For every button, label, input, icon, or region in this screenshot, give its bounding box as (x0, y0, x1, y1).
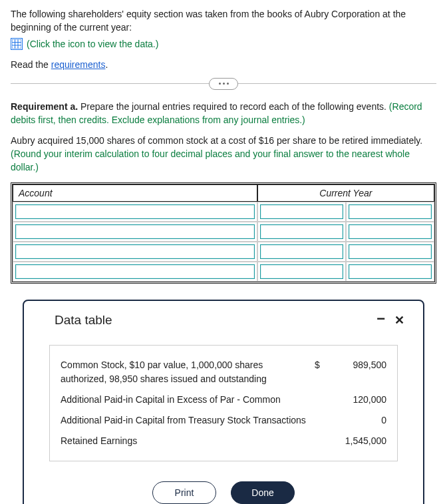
data-label: Additional Paid-in Capital in Excess of … (61, 393, 315, 407)
requirement-text: Prepare the journal entries required to … (78, 101, 389, 112)
currency-symbol: $ (315, 358, 327, 372)
data-value: 0 (327, 413, 386, 427)
data-label: Common Stock, $10 par value, 1,000,000 s… (61, 358, 315, 386)
data-value: 989,500 (327, 358, 386, 372)
data-value: 1,545,000 (327, 434, 386, 448)
requirement-block: Requirement a. Prepare the journal entri… (11, 100, 436, 127)
data-label: Retained Earnings (61, 434, 315, 448)
close-icon[interactable]: ✕ (394, 314, 404, 326)
credit-input[interactable] (349, 204, 432, 219)
account-header: Account (13, 184, 257, 202)
requirements-link[interactable]: requirements (51, 59, 106, 70)
event-block: Aubry acquired 15,000 shares of common s… (11, 134, 436, 174)
account-input[interactable] (15, 244, 255, 259)
print-button[interactable]: Print (152, 481, 216, 504)
read-requirements-line: Read the requirements. (11, 59, 436, 70)
requirement-label: Requirement a. (11, 101, 78, 112)
account-input[interactable] (15, 224, 255, 239)
data-value: 120,000 (327, 393, 386, 407)
data-table-modal: Data table − ✕ Common Stock, $10 par val… (23, 300, 424, 504)
read-prefix: Read the (11, 59, 51, 70)
read-suffix: . (105, 59, 108, 70)
debit-input[interactable] (260, 224, 343, 239)
data-row: Additional Paid-in Capital from Treasury… (61, 410, 386, 431)
event-note: (Round your interim calculation to four … (11, 148, 410, 172)
journal-entry-table: Account Current Year (11, 182, 436, 284)
table-row (13, 202, 434, 222)
data-row: Retained Earnings 1,545,000 (61, 431, 386, 451)
credit-input[interactable] (349, 244, 432, 259)
modal-title: Data table (43, 313, 112, 328)
view-data-link[interactable]: (Click the icon to view the data.) (27, 39, 158, 49)
data-row: Additional Paid-in Capital in Excess of … (61, 389, 386, 410)
debit-input[interactable] (260, 264, 343, 279)
data-table-icon[interactable] (11, 38, 23, 50)
intro-text: The following shareholders' equity secti… (11, 8, 436, 34)
debit-input[interactable] (260, 244, 343, 259)
credit-input[interactable] (349, 224, 432, 239)
credit-input[interactable] (349, 264, 432, 279)
account-input[interactable] (15, 204, 255, 219)
table-row (13, 222, 434, 242)
period-header: Current Year (257, 184, 434, 202)
table-row (13, 242, 434, 262)
data-row: Common Stock, $10 par value, 1,000,000 s… (61, 355, 386, 389)
expand-pill[interactable] (209, 78, 238, 90)
event-text: Aubry acquired 15,000 shares of common s… (11, 135, 422, 146)
svg-rect-0 (12, 39, 21, 49)
account-input[interactable] (15, 264, 255, 279)
data-label: Additional Paid-in Capital from Treasury… (61, 413, 315, 427)
table-row (13, 262, 434, 282)
debit-input[interactable] (260, 204, 343, 219)
data-table-content: Common Stock, $10 par value, 1,000,000 s… (49, 345, 398, 461)
done-button[interactable]: Done (231, 481, 295, 504)
minimize-icon[interactable]: − (376, 312, 385, 326)
